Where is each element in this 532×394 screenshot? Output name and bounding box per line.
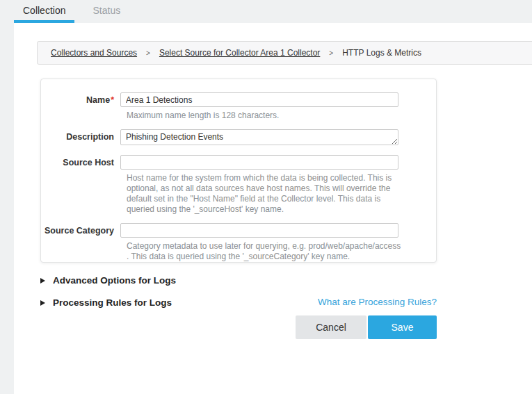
expand-arrow-icon xyxy=(40,300,45,306)
processing-rules-help-link[interactable]: What are Processing Rules? xyxy=(318,297,437,307)
tab-collection[interactable]: Collection xyxy=(14,0,74,23)
tab-bar: Collection Status xyxy=(14,0,129,23)
tab-status[interactable]: Status xyxy=(83,0,129,23)
processing-rules-label: Processing Rules for Logs xyxy=(53,297,172,308)
breadcrumb-separator-icon: > xyxy=(329,49,333,57)
description-label: Description xyxy=(41,129,120,148)
source-category-input[interactable] xyxy=(120,223,398,238)
advanced-options-label: Advanced Options for Logs xyxy=(53,275,176,286)
source-host-help-text: Host name for the system from which the … xyxy=(127,173,405,215)
name-input[interactable] xyxy=(120,92,398,107)
breadcrumb-collectors-and-sources[interactable]: Collectors and Sources xyxy=(51,48,137,58)
save-button[interactable]: Save xyxy=(368,315,437,339)
form-actions: Cancel Save xyxy=(296,315,437,339)
tab-collection-label: Collection xyxy=(23,5,65,16)
breadcrumb-current-page: HTTP Logs & Metrics xyxy=(342,48,421,58)
processing-rules-expander[interactable]: Processing Rules for Logs xyxy=(40,297,172,308)
breadcrumb-select-source[interactable]: Select Source for Collector Area 1 Colle… xyxy=(159,48,320,58)
source-category-help-text: Category metadata to use later for query… xyxy=(127,241,405,262)
description-field-row: Description Phishing Detection Events xyxy=(41,129,436,148)
source-host-label: Source Host xyxy=(41,155,120,170)
name-help-text: Maximum name length is 128 characters. xyxy=(127,110,405,121)
name-label: Name* xyxy=(41,92,120,107)
tab-status-label: Status xyxy=(92,5,120,16)
description-textarea[interactable]: Phishing Detection Events xyxy=(120,129,398,145)
source-config-card: Name* Maximum name length is 128 charact… xyxy=(40,79,437,263)
source-category-field-row: Source Category xyxy=(41,223,436,238)
source-host-field-row: Source Host xyxy=(41,155,436,170)
expand-arrow-icon xyxy=(40,278,45,284)
breadcrumb: Collectors and Sources > Select Source f… xyxy=(37,41,532,65)
cancel-button[interactable]: Cancel xyxy=(296,315,366,339)
source-host-input[interactable] xyxy=(120,155,398,170)
content-panel: Collectors and Sources > Select Source f… xyxy=(14,23,532,394)
required-asterisk: * xyxy=(111,95,114,105)
breadcrumb-separator-icon: > xyxy=(146,49,150,57)
source-category-label: Source Category xyxy=(41,223,120,238)
advanced-options-expander[interactable]: Advanced Options for Logs xyxy=(40,275,176,286)
name-field-row: Name* xyxy=(41,92,436,107)
